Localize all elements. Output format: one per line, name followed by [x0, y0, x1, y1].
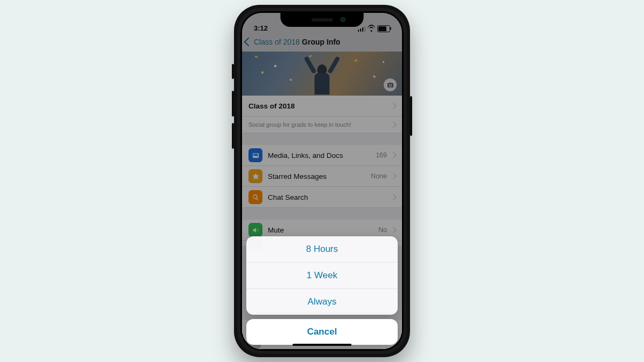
mute-option-1-week[interactable]: 1 Week [246, 263, 398, 289]
cancel-button[interactable]: Cancel [246, 319, 398, 345]
side-button-volume-up [232, 91, 234, 117]
mute-option-8-hours[interactable]: 8 Hours [246, 236, 398, 263]
option-label: Always [308, 296, 336, 307]
home-indicator[interactable] [292, 344, 352, 346]
side-button-power [410, 96, 412, 136]
side-button-volume-down [232, 123, 234, 149]
side-button-silence [232, 64, 234, 79]
cancel-label: Cancel [307, 327, 337, 337]
mute-option-always[interactable]: Always [246, 289, 398, 315]
action-sheet-options: 8 Hours 1 Week Always [246, 236, 398, 315]
stage: 3:12 Class of 2018 Group Inf [0, 0, 644, 362]
phone-device-frame: 3:12 Class of 2018 Group Inf [234, 5, 410, 357]
phone-screen: 3:12 Class of 2018 Group Inf [242, 13, 402, 349]
option-label: 1 Week [306, 270, 337, 281]
option-label: 8 Hours [306, 244, 338, 255]
mute-duration-action-sheet: 8 Hours 1 Week Always Cancel [246, 236, 398, 345]
